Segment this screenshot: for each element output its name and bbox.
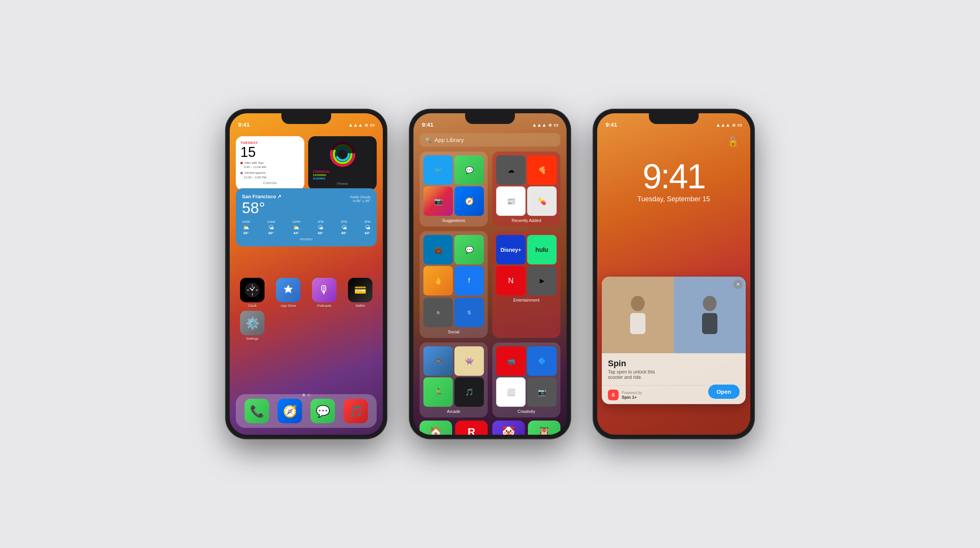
svg-text:9: 9 xyxy=(248,289,249,291)
folder-suggestions[interactable]: 🐦 💬 📷 🧭 Suggestions xyxy=(420,152,488,227)
design-icon: 🔷 xyxy=(527,346,557,376)
battery-icon-3: ▭ xyxy=(737,122,742,128)
wifi-icon-3: ⌾ xyxy=(732,122,735,128)
fitness-label: Fitness xyxy=(337,182,348,186)
arcade-label: Arcade xyxy=(423,409,484,414)
wifi-icon: ⌾ xyxy=(365,122,368,128)
tiktok-icon: n xyxy=(423,298,453,327)
bottom-apps-right: 🤡 🦉 xyxy=(492,421,560,435)
folder-entertainment-icons: Disney+ hulu N ▶ xyxy=(496,235,557,295)
folder-social-icons: 💼 💬 🤚 f xyxy=(423,235,484,295)
svg-text:3: 3 xyxy=(256,289,257,291)
wifi-icon-2: ⌾ xyxy=(549,122,552,128)
photos-icon: 📷 xyxy=(527,377,557,407)
search-text: App Library xyxy=(434,137,464,143)
spin-app-icon: S xyxy=(608,390,619,400)
svg-text:12: 12 xyxy=(252,286,254,288)
cal-event1: Hike with Tejo 9:45 – 11:00 AM xyxy=(240,161,300,169)
app-library-grid: 🐦 💬 📷 🧭 Suggestions ☁ 🍕 📰 💊 Recently Add… xyxy=(420,152,560,435)
cal-day: 15 xyxy=(240,145,300,159)
owl-app-icon[interactable]: 🦉 xyxy=(528,421,560,435)
person-left-svg xyxy=(622,292,653,338)
folder-creativity[interactable]: 📹 🔷 ⬜ 📷 Creativity xyxy=(492,342,560,418)
folder-arcade[interactable]: 🎮 👾 🏃 🎵 Arcade xyxy=(420,342,488,418)
phone-2: 9:41 ▲▲▲ ⌾ ▭ 🔍 App Library 🐦 💬 📷 🧭 xyxy=(410,109,570,439)
recently-added-label: Recently Added xyxy=(496,218,557,223)
r-app-icon[interactable]: R xyxy=(455,421,488,435)
creativity-label: Creativity xyxy=(496,409,557,414)
fitness-widget[interactable]: 375/500CAL 19/30MIN 4/12HRS Fitness xyxy=(308,136,377,190)
activity-rings xyxy=(329,141,356,168)
home-app-icon[interactable]: 🏠 xyxy=(420,421,452,435)
phone3-screen: 9:41 ▲▲▲ ⌾ ▭ 🔓 9:41 Tuesday, September 1… xyxy=(597,113,750,435)
fitness-cal: 375/500CAL xyxy=(313,170,372,173)
app-icon-podcasts[interactable]: 🎙 Podcasts xyxy=(308,278,341,308)
twitter-icon: 🐦 xyxy=(423,155,453,185)
notif-image: ✕ xyxy=(602,277,746,353)
nytimes-icon: 📰 xyxy=(496,186,526,216)
hulu-icon: hulu xyxy=(527,235,557,264)
photo-left xyxy=(602,277,674,353)
facebook-icon: f xyxy=(454,266,484,295)
crazy-app-icon[interactable]: 🤡 xyxy=(492,421,525,435)
game3-icon: 🏃 xyxy=(423,377,453,407)
clock-icon-img: 12 9 3 6 xyxy=(240,278,265,302)
lock-time: 9:41 Tuesday, September 15 xyxy=(597,159,750,203)
notif-desc: Tap open to unlock thisscooter and ride. xyxy=(608,369,740,380)
forecast-12pm: 12PM⛅64° xyxy=(292,220,300,235)
app-icon-clock[interactable]: 12 9 3 6 Clock xyxy=(236,278,269,308)
app-icon-settings[interactable]: ⚙️ Settings xyxy=(236,311,269,341)
weather-widget[interactable]: San Francisco ↗ 58° Partly CloudyH:66° L… xyxy=(236,188,377,246)
app-icon-wallet[interactable]: 💳 Wallet xyxy=(344,278,377,308)
phone1-screen: 9:41 ▲▲▲ ⌾ ▭ TUESDAY 15 Hike with Tejo 9… xyxy=(230,113,383,435)
home-widgets: TUESDAY 15 Hike with Tejo 9:45 – 11:00 A… xyxy=(236,136,377,190)
vpn-icon: ☁ xyxy=(496,155,526,185)
weather-desc: Partly CloudyH:66° L:55° xyxy=(350,195,371,203)
wallet-label: Wallet xyxy=(356,304,365,308)
powered-by-text: Powered by xyxy=(622,391,642,395)
fitness-stats: 375/500CAL 19/30MIN 4/12HRS xyxy=(313,170,372,180)
podcasts-icon-img: 🎙 xyxy=(312,278,336,302)
dock-music[interactable]: 🎵 xyxy=(343,399,368,423)
folder-social[interactable]: 💼 💬 🤚 f n S Social xyxy=(420,231,488,338)
netflix-icon: N xyxy=(496,266,526,295)
game1-icon: 🎮 xyxy=(423,346,453,376)
notif-close-button[interactable]: ✕ xyxy=(733,280,743,289)
status-icons-2: ▲▲▲ ⌾ ▭ xyxy=(532,122,558,128)
lightroom-icon: ⬜ xyxy=(496,377,526,407)
forecast-2pm: 2PM🌤66° xyxy=(341,220,347,235)
folder-entertainment[interactable]: Disney+ hulu N ▶ Entertainment xyxy=(492,231,560,338)
folder-suggestions-icons: 🐦 💬 📷 🧭 xyxy=(423,155,484,216)
signal-icon-2: ▲▲▲ xyxy=(532,122,547,128)
notif-open-button[interactable]: Open xyxy=(708,385,740,399)
folder-arcade-icons: 🎮 👾 🏃 🎵 xyxy=(423,346,484,407)
cal-event2: Dentist appoint... 12:30 – 2:00 PM xyxy=(240,171,300,179)
svg-rect-22 xyxy=(702,313,717,334)
dock-messages[interactable]: 💬 xyxy=(310,399,335,423)
imessage-icon: 💬 xyxy=(454,155,484,185)
safari-icon-2: 🧭 xyxy=(454,186,484,216)
forecast-3pm: 3PM🌤64° xyxy=(364,220,371,235)
dock-safari[interactable]: 🧭 xyxy=(278,399,302,423)
youtube-icon: ▶ xyxy=(527,266,557,295)
phone-3: 9:41 ▲▲▲ ⌾ ▭ 🔓 9:41 Tuesday, September 1… xyxy=(593,109,754,439)
dock-phone[interactable]: 📞 xyxy=(245,399,269,423)
lock-icon: 🔓 xyxy=(727,136,739,147)
epi-icon: 💊 xyxy=(527,186,557,216)
forecast-10am: 10AM⛅58° xyxy=(242,220,250,235)
status-time-2: 9:41 xyxy=(422,121,433,128)
notch-2 xyxy=(465,113,515,124)
signal-icon-3: ▲▲▲ xyxy=(715,122,730,128)
app-library-search[interactable]: 🔍 App Library xyxy=(420,133,560,147)
calendar-widget[interactable]: TUESDAY 15 Hike with Tejo 9:45 – 11:00 A… xyxy=(236,136,304,190)
notification-card[interactable]: ✕ Spin Tap open to unlock thisscooter an… xyxy=(602,277,746,404)
phone-icon-img: 📞 xyxy=(245,399,269,423)
notif-content: Spin Tap open to unlock thisscooter and … xyxy=(602,353,746,385)
home-app-grid: 12 9 3 6 Clock App Store xyxy=(236,278,377,341)
search-icon: 🔍 xyxy=(425,137,431,143)
app-icon-appstore[interactable]: App Store xyxy=(272,278,305,308)
folder-recently-added[interactable]: ☁ 🍕 📰 💊 Recently Added xyxy=(492,152,560,227)
game4-icon: 🎵 xyxy=(454,377,484,407)
settings-label: Settings xyxy=(246,337,259,341)
lock-date: Tuesday, September 15 xyxy=(597,195,750,203)
